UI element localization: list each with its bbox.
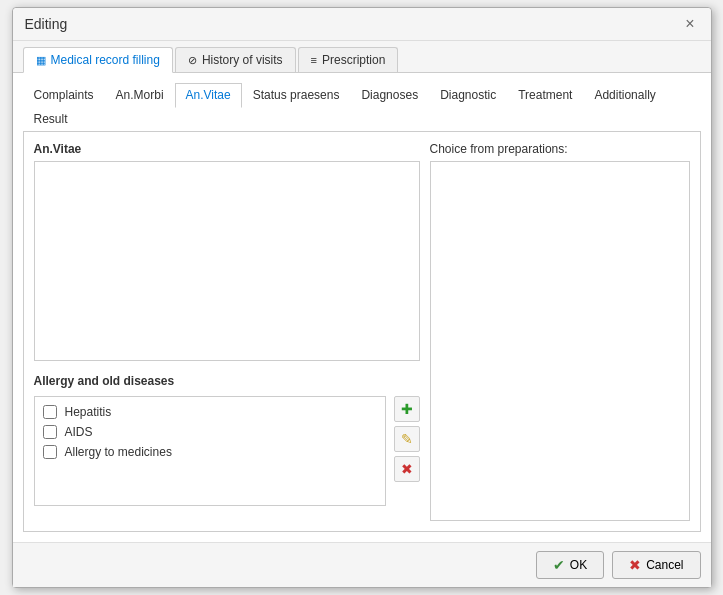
allergy-buttons: ✚✎✖ [394,396,420,506]
inner-tab-diagnostic[interactable]: Diagnostic [429,83,507,107]
choice-section: Choice from preparations: [430,142,690,521]
top-tab-medical-record[interactable]: ▦Medical record filling [23,47,173,73]
top-tab-prescription[interactable]: ≡Prescription [298,47,399,72]
edit-btn-icon: ✎ [401,431,413,447]
allergy-title: Allergy and old diseases [34,374,420,388]
delete-btn-icon: ✖ [401,461,413,477]
label-allergy-medicines: Allergy to medicines [65,445,172,459]
allergy-edit-btn[interactable]: ✎ [394,426,420,452]
top-tab-history-visits[interactable]: ⊘History of visits [175,47,296,72]
ok-icon: ✔ [553,557,565,573]
right-panel: Choice from preparations: [430,142,690,521]
tab-icon-prescription: ≡ [311,54,317,66]
add-btn-icon: ✚ [401,401,413,417]
allergy-section: Allergy and old diseases Hepatitis AIDS … [34,374,420,506]
content-layout: An.Vitae Allergy and old diseases Hepati… [34,142,690,521]
cancel-label: Cancel [646,558,683,572]
checkbox-aids[interactable] [43,425,57,439]
cancel-button[interactable]: ✖ Cancel [612,551,700,579]
left-panel: An.Vitae Allergy and old diseases Hepati… [34,142,420,521]
close-button[interactable]: × [681,16,698,32]
inner-tab-status-praesens[interactable]: Status praesens [242,83,351,107]
allergy-item-hepatitis: Hepatitis [43,405,377,419]
top-tab-label-history-visits: History of visits [202,53,283,67]
inner-tab-additionally[interactable]: Additionally [583,83,666,107]
allergy-item-allergy-medicines: Allergy to medicines [43,445,377,459]
tab-icon-medical-record: ▦ [36,54,46,67]
allergy-add-btn[interactable]: ✚ [394,396,420,422]
ok-button[interactable]: ✔ OK [536,551,604,579]
inner-tab-diagnoses[interactable]: Diagnoses [350,83,429,107]
an-vitae-textarea[interactable] [34,161,420,361]
inner-tab-treatment[interactable]: Treatment [507,83,583,107]
label-aids: AIDS [65,425,93,439]
cancel-icon: ✖ [629,557,641,573]
allergy-controls-wrapper: Hepatitis AIDS Allergy to medicines ✚✎✖ [34,396,420,506]
top-tab-label-medical-record: Medical record filling [51,53,160,67]
top-tabs-container: ▦Medical record filling⊘History of visit… [13,41,711,73]
dialog-titlebar: Editing × [13,8,711,41]
checkbox-hepatitis[interactable] [43,405,57,419]
ok-label: OK [570,558,587,572]
an-vitae-textarea-wrapper [34,161,420,364]
inner-tabs-container: ComplaintsAn.MorbiAn.VitaeStatus praesen… [23,83,701,132]
dialog-body: ComplaintsAn.MorbiAn.VitaeStatus praesen… [13,73,711,542]
choice-box [430,161,690,521]
inner-tab-an-vitae[interactable]: An.Vitae [175,83,242,108]
tab-content: An.Vitae Allergy and old diseases Hepati… [23,132,701,532]
an-vitae-title: An.Vitae [34,142,420,156]
inner-tab-complaints[interactable]: Complaints [23,83,105,107]
dialog-footer: ✔ OK ✖ Cancel [13,542,711,587]
checkbox-allergy-medicines[interactable] [43,445,57,459]
allergy-delete-btn[interactable]: ✖ [394,456,420,482]
label-hepatitis: Hepatitis [65,405,112,419]
allergy-item-aids: AIDS [43,425,377,439]
choice-label: Choice from preparations: [430,142,568,156]
inner-tab-an-morbi[interactable]: An.Morbi [105,83,175,107]
tab-icon-history-visits: ⊘ [188,54,197,67]
dialog-title: Editing [25,16,68,32]
top-tab-label-prescription: Prescription [322,53,385,67]
inner-tab-result[interactable]: Result [23,107,79,131]
allergy-list-box: Hepatitis AIDS Allergy to medicines [34,396,386,506]
editing-dialog: Editing × ▦Medical record filling⊘Histor… [12,7,712,588]
